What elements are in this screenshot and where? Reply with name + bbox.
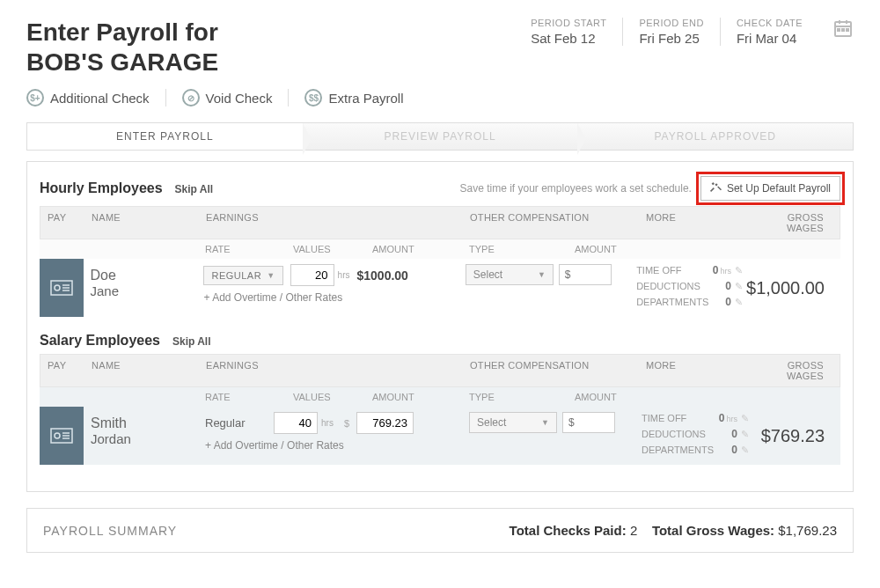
deductions-val: 0: [725, 280, 731, 292]
hours-input[interactable]: [290, 264, 334, 286]
time-off-label: TIME OFF: [642, 413, 686, 423]
col-more: MORE: [639, 355, 753, 386]
sub-rate: RATE: [198, 387, 286, 407]
col-gross: GROSS WAGES: [753, 355, 840, 386]
departments-val: 0: [731, 444, 737, 456]
step-preview-payroll[interactable]: PREVIEW PAYROLL: [303, 123, 578, 150]
period-dates: PERIOD START Sat Feb 12 PERIOD END Fri F…: [515, 18, 854, 46]
sub-values: VALUES: [286, 239, 365, 259]
pencil-icon[interactable]: ✎: [741, 429, 749, 439]
rate-label: REGULAR: [211, 270, 261, 281]
salary-skip-all[interactable]: Skip All: [172, 335, 211, 348]
deductions-label: DEDUCTIONS: [636, 281, 700, 291]
period-end-label: PERIOD END: [639, 18, 703, 28]
time-off-label: TIME OFF: [636, 265, 681, 276]
sub-amount2: AMOUNT: [568, 387, 638, 407]
total-checks-value: 2: [630, 523, 637, 538]
col-gross: GROSS WAGES: [753, 207, 840, 239]
rate-label: Regular: [205, 416, 267, 430]
extra-payroll-link[interactable]: $$ Extra Payroll: [304, 89, 403, 107]
extra-payroll-label: Extra Payroll: [328, 91, 403, 106]
separator: [165, 89, 166, 107]
hourly-skip-all[interactable]: Skip All: [175, 183, 214, 195]
additional-check-link[interactable]: $+ Additional Check: [26, 89, 150, 107]
pencil-icon[interactable]: ✎: [741, 413, 749, 423]
deductions-val: 0: [731, 428, 737, 440]
employee-last-name: Doe: [91, 268, 190, 283]
sub-headers-salary: RATE VALUES AMOUNT TYPE AMOUNT: [40, 387, 840, 407]
period-start-value: Sat Feb 12: [531, 31, 606, 46]
comp-type-dropdown[interactable]: Select ▼: [469, 412, 557, 433]
paycheck-icon[interactable]: [40, 407, 84, 465]
add-overtime-link[interactable]: + Add Overtime / Other Rates: [205, 439, 455, 452]
payroll-summary: PAYROLL SUMMARY Total Checks Paid: 2 Tot…: [26, 508, 854, 553]
calendar-icon[interactable]: [832, 18, 854, 42]
extra-icon: $$: [304, 89, 322, 107]
comp-select-label: Select: [473, 268, 502, 281]
total-gross-label: Total Gross Wages:: [652, 523, 774, 538]
step-enter-payroll[interactable]: ENTER PAYROLL: [27, 123, 303, 150]
svg-point-8: [55, 285, 60, 290]
check-date-value: Fri Mar 04: [737, 31, 803, 46]
comp-amount-input[interactable]: [559, 264, 612, 285]
col-more: MORE: [639, 207, 753, 239]
pencil-icon[interactable]: ✎: [735, 297, 743, 307]
step-payroll-approved[interactable]: PAYROLL APPROVED: [577, 123, 853, 150]
employee-first-name: Jane: [91, 283, 190, 298]
deductions-label: DEDUCTIONS: [642, 429, 706, 439]
employee-row-hourly: Doe Jane REGULAR ▼ hrs $1000.00 + Add Ov…: [40, 259, 840, 317]
employee-last-name: Smith: [91, 415, 191, 431]
hours-input[interactable]: [274, 412, 318, 434]
sub-amount: AMOUNT: [365, 387, 462, 407]
rate-dropdown[interactable]: REGULAR ▼: [203, 266, 282, 285]
pencil-icon[interactable]: ✎: [741, 445, 749, 455]
chevron-down-icon: ▼: [267, 271, 275, 280]
sub-amount: AMOUNT: [365, 239, 462, 259]
comp-type-dropdown[interactable]: Select ▼: [466, 264, 554, 285]
gross-wages-value: $1,000.00: [746, 259, 840, 317]
separator: [288, 89, 289, 107]
check-date-label: CHECK DATE: [737, 18, 803, 28]
hourly-section-title: Hourly Employees: [40, 180, 163, 196]
col-pay: PAY: [40, 207, 84, 239]
gross-wages-value: $769.23: [752, 407, 840, 465]
pencil-icon[interactable]: ✎: [735, 265, 743, 276]
col-earnings: EARNINGS: [199, 207, 463, 239]
col-name: NAME: [84, 207, 199, 239]
amount-input[interactable]: [356, 412, 414, 434]
title-line-1: Enter Payroll for: [26, 18, 218, 46]
col-name: NAME: [84, 355, 199, 386]
void-check-link[interactable]: ⊘ Void Check: [182, 89, 273, 107]
paycheck-icon[interactable]: [40, 259, 84, 317]
column-headers-salary: PAY NAME EARNINGS OTHER COMPENSATION MOR…: [40, 354, 840, 387]
set-up-default-payroll-button[interactable]: Set Up Default Payroll: [700, 176, 840, 201]
void-check-label: Void Check: [206, 91, 273, 106]
sub-type: TYPE: [462, 239, 568, 259]
col-other-comp: OTHER COMPENSATION: [463, 355, 639, 386]
amount-prefix: $: [344, 418, 349, 429]
time-off-unit: hrs: [721, 267, 732, 276]
period-end-value: Fri Feb 25: [639, 31, 703, 46]
comp-amount-input[interactable]: [562, 412, 615, 433]
svg-rect-6: [847, 29, 848, 31]
time-off-unit: hrs: [726, 415, 737, 423]
title-line-2: BOB'S GARAGE: [26, 48, 218, 76]
departments-label: DEPARTMENTS: [636, 297, 708, 307]
additional-check-label: Additional Check: [50, 91, 150, 106]
sub-type: TYPE: [462, 387, 568, 407]
svg-rect-4: [838, 29, 840, 31]
chevron-down-icon: ▼: [538, 270, 546, 279]
total-gross-value: $1,769.23: [778, 523, 837, 538]
earnings-amount: $1000.00: [356, 268, 427, 283]
sub-rate: RATE: [198, 239, 286, 259]
default-payroll-hint: Save time if your employees work a set s…: [459, 182, 691, 195]
pencil-icon[interactable]: ✎: [735, 281, 743, 291]
svg-point-13: [55, 433, 60, 438]
hrs-unit: hrs: [338, 270, 350, 280]
add-overtime-link[interactable]: + Add Overtime / Other Rates: [203, 291, 451, 304]
svg-rect-5: [842, 29, 844, 31]
total-checks-label: Total Checks Paid:: [510, 523, 627, 538]
page-title: Enter Payroll for BOB'S GARAGE: [26, 18, 218, 77]
time-off-val: 0: [713, 264, 719, 276]
comp-select-label: Select: [477, 416, 506, 429]
